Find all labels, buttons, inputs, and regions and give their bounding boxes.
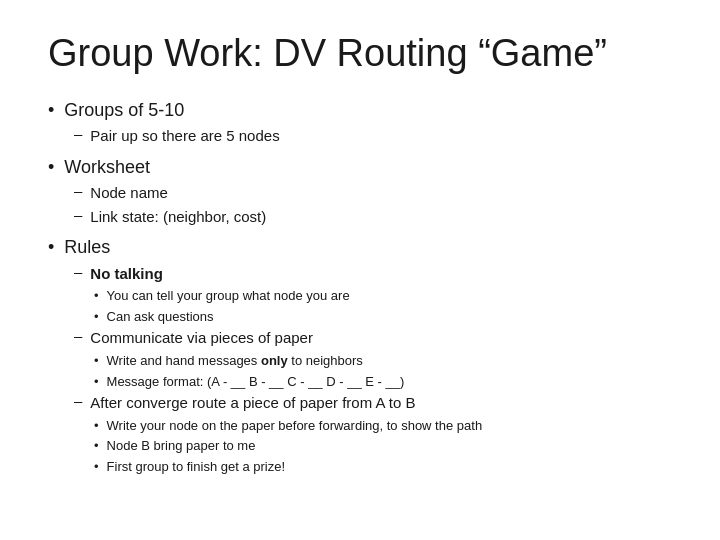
slide-title: Group Work: DV Routing “Game”	[48, 32, 672, 76]
dash-node-name: –	[74, 182, 82, 199]
bullet-communicate-text: Communicate via pieces of paper	[90, 327, 313, 349]
bullet-worksheet: • Worksheet – Node name – Link state: (n…	[48, 155, 672, 232]
bullet-rules-text: Rules	[64, 235, 110, 260]
bullet-groups: • Groups of 5-10 – Pair up so there are …	[48, 98, 672, 151]
dot-converge-2: •	[94, 438, 99, 453]
bullet-dot-rules: •	[48, 237, 54, 258]
no-talking-children: • You can tell your group what node you …	[74, 286, 672, 326]
bullet-groups-sub: – Pair up so there are 5 nodes	[74, 125, 672, 147]
bullet-rules-sub: – No talking • You can tell your group w…	[74, 263, 672, 477]
communicate-children: • Write and hand messages only to neighb…	[74, 351, 672, 391]
bullet-rules: • Rules – No talking • You can tell your…	[48, 235, 672, 480]
bullet-node-name-text: Node name	[90, 182, 168, 204]
bullet-after-converge-text: After converge route a piece of paper fr…	[90, 392, 415, 414]
after-converge-children: • Write your node on the paper before fo…	[74, 416, 672, 477]
dot-communicate-2: •	[94, 374, 99, 389]
no-talking-child-2: Can ask questions	[107, 307, 214, 327]
bullet-pair-up-text: Pair up so there are 5 nodes	[90, 125, 279, 147]
dot-converge-1: •	[94, 418, 99, 433]
bullet-no-talking-text: No talking	[90, 263, 163, 285]
dash-pair-up: –	[74, 125, 82, 142]
communicate-child-2: Message format: (A - __ B - __ C - __ D …	[107, 372, 405, 392]
dot-communicate-1: •	[94, 353, 99, 368]
bullet-worksheet-text: Worksheet	[64, 155, 150, 180]
bullet-dot-groups: •	[48, 100, 54, 121]
dot-converge-3: •	[94, 459, 99, 474]
slide: Group Work: DV Routing “Game” • Groups o…	[0, 0, 720, 540]
converge-child-2: Node B bring paper to me	[107, 436, 256, 456]
communicate-child-1: Write and hand messages only to neighbor…	[107, 351, 363, 371]
dash-after-converge: –	[74, 392, 82, 409]
dot-no-talking-2: •	[94, 309, 99, 324]
bullet-link-state-text: Link state: (neighbor, cost)	[90, 206, 266, 228]
converge-child-1: Write your node on the paper before forw…	[107, 416, 483, 436]
bullet-dot-worksheet: •	[48, 157, 54, 178]
dash-no-talking: –	[74, 263, 82, 280]
dash-link-state: –	[74, 206, 82, 223]
content: • Groups of 5-10 – Pair up so there are …	[48, 98, 672, 481]
bullet-groups-text: Groups of 5-10	[64, 98, 184, 123]
dot-no-talking-1: •	[94, 288, 99, 303]
dash-communicate: –	[74, 327, 82, 344]
converge-child-3: First group to finish get a prize!	[107, 457, 285, 477]
no-talking-child-1: You can tell your group what node you ar…	[107, 286, 350, 306]
bullet-worksheet-sub: – Node name – Link state: (neighbor, cos…	[74, 182, 672, 228]
